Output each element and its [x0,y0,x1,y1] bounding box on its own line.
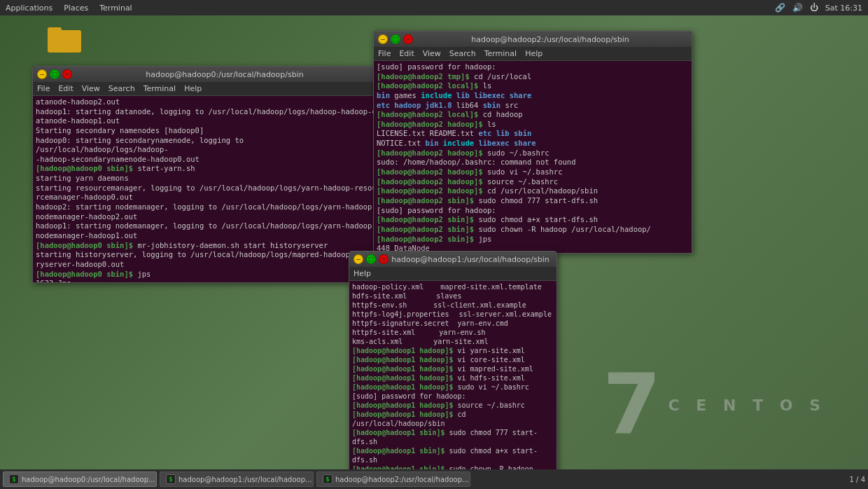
terminal-line: hadoop-policy.xmlmapred-site.xml.templat… [352,282,554,291]
hadoop0-menu-terminal[interactable]: Terminal [144,84,176,93]
hadoop2-title: hadoop@hadoop2:/usr/local/hadoop/sbin [413,35,687,44]
hadoop0-menu-view[interactable]: View [82,84,100,93]
terminal-line: [hadoop@hadoop1 sbin]$ sudo chmod a+x st… [352,446,554,464]
terminal-line: hadoop1: starting datanode, logging to /… [36,107,379,117]
terminal-line: [hadoop@hadoop1 sbin]$ sudo chmod 777 st… [352,428,554,446]
hadoop0-close[interactable]: × [62,69,72,79]
terminal-line: [hadoop@hadoop1 hadoop]$ cd /usr/local/h… [352,410,554,428]
hadoop1-body[interactable]: hadoop-policy.xmlmapred-site.xml.templat… [349,281,556,481]
terminal-line: [sudo] password for hadoop: [377,206,689,216]
terminal-line: LICENSE.txt README.txt etc lib sbin [377,129,689,139]
terminal-line: [hadoop@hadoop2 hadoop]$ source ~/.bashr… [377,177,689,187]
hadoop0-menu-help[interactable]: Help [184,84,202,93]
applications-menu[interactable]: Applications [6,4,52,13]
hadoop1-title: hadoop@hadoop1:/usr/local/hadoop/sbin [388,255,552,264]
folder-image [48,25,81,53]
terminal-line: [hadoop@hadoop2 hadoop]$ cd /usr/local/h… [377,186,689,196]
taskbar-hadoop2-label: hadoop@hadoop2:/usr/local/hadoop... [335,476,469,483]
desktop-folder-icon[interactable] [42,25,87,55]
terminal-line: hadoop0: starting secondarynamenode, log… [36,136,379,155]
terminal-line: Starting secondary namenodes [hadoop0] [36,126,379,136]
terminal-line: [hadoop@hadoop2 sbin]$ sudo chmod a+x st… [377,215,689,225]
hadoop0-controls: − □ × [37,69,72,79]
terminal-line: [hadoop@hadoop2 local]$ cd hadoop [377,110,689,120]
hadoop1-titlebar: − □ × hadoop@hadoop1:/usr/local/hadoop/s… [349,252,556,267]
terminal-hadoop0: − □ × hadoop@hadoop0:/usr/local/hadoop/s… [32,66,382,283]
hadoop2-close[interactable]: × [403,34,413,44]
hadoop1-minimize[interactable]: − [354,254,363,264]
taskbar-terminal-icon-0: $ [9,474,19,484]
terminal-menu[interactable]: Terminal [99,4,132,13]
datetime: Sat 16:31 [825,4,862,13]
hadoop2-menu-help[interactable]: Help [525,49,542,58]
terminal-line: starting resourcemanager, logging to /us… [36,184,379,193]
hadoop2-menu-terminal[interactable]: Terminal [484,49,517,58]
taskbar-hadoop1-label: hadoop@hadoop1:/usr/local/hadoop... [178,476,312,483]
hadoop0-body[interactable]: atanode-hadoop2.out hadoop1: starting da… [33,96,382,282]
hadoop2-menu-search[interactable]: Search [449,49,476,58]
terminal-line: atanode-hadoop2.out [36,97,379,107]
terminal-line: starting historyserver, logging to /usr/… [36,250,379,260]
terminal-line: 1633 Jps [36,279,379,282]
terminal-line: [hadoop@hadoop1 hadoop]$ sudo vi ~/.bash… [352,383,554,392]
terminal-line: hadoop2: starting nodemanager, logging t… [36,202,379,212]
hadoop2-body[interactable]: [sudo] password for hadoop: [hadoop@hado… [374,61,692,253]
centos-number: 7 [603,363,662,447]
hadoop0-minimize[interactable]: − [37,69,47,79]
terminal-line: httpfs-env.shssl-client.xml.example [352,301,554,310]
hadoop2-menu-file[interactable]: File [378,49,391,58]
hadoop0-menu-search[interactable]: Search [108,84,135,93]
hadoop1-close[interactable]: × [379,254,388,264]
terminal-line: [hadoop@hadoop1 hadoop]$ vi yarn-site.xm… [352,346,554,355]
terminal-line: [hadoop@hadoop1 hadoop]$ vi core-site.xm… [352,355,554,364]
terminal-line: [hadoop@hadoop0 sbin]$ start-yarn.sh [36,164,379,174]
hadoop2-menu-view[interactable]: View [423,49,441,58]
terminal-line: [hadoop@hadoop1 hadoop]$ source ~/.bashr… [352,401,554,410]
hadoop2-maximize[interactable]: □ [391,34,400,44]
top-panel: Applications Places Terminal 🔗 🔊 ⏻ Sat 1… [0,0,868,15]
hadoop0-menu-edit[interactable]: Edit [58,84,73,93]
network-icon: 🔗 [775,3,785,13]
terminal-line: ryserver-hadoop0.out [36,260,379,270]
hadoop2-controls: − □ × [378,34,413,44]
terminal-line: NOTICE.txt bin include libexec share [377,139,689,149]
taskbar-terminal-icon-2: $ [323,474,332,484]
terminal-line: [hadoop@hadoop2 sbin]$ sudo chown -R had… [377,225,689,235]
terminal-line: [hadoop@hadoop0 sbin]$ mr-jobhistory-dae… [36,241,379,251]
power-icon: ⏻ [810,3,818,13]
hadoop1-menubar: Help [349,267,556,281]
terminal-line: nodemanager-hadoop2.out [36,212,379,222]
terminal-hadoop1: − □ × hadoop@hadoop1:/usr/local/hadoop/s… [349,251,557,482]
terminal-line: hdfs-site.xmlslaves [352,291,554,301]
hadoop0-maximize[interactable]: □ [50,69,59,79]
hadoop1-menu-help[interactable]: Help [354,269,371,278]
hadoop2-menu-edit[interactable]: Edit [399,49,414,58]
terminal-line: [hadoop@hadoop2 sbin]$ sudo chmod 777 st… [377,196,689,206]
taskbar-hadoop2[interactable]: $ hadoop@hadoop2:/usr/local/hadoop... [316,471,470,487]
terminal-line: httpfs-site.xmlyarn-env.sh [352,328,554,337]
places-menu[interactable]: Places [64,4,88,13]
terminal-line: [hadoop@hadoop1 hadoop]$ vi mapred-site.… [352,364,554,373]
centos-text: C E N T O S [668,397,826,414]
terminal-line: starting yarn daemons [36,174,379,184]
centos-watermark: 7 C E N T O S [603,363,826,447]
terminal-line: [sudo] password for hadoop: [377,62,689,72]
terminal-line: [hadoop@hadoop2 hadoop]$ ls [377,120,689,130]
taskbar-hadoop1[interactable]: $ hadoop@hadoop1:/usr/local/hadoop... [160,471,314,487]
terminal-line: [hadoop@hadoop0 sbin]$ jps [36,270,379,280]
terminal-line: [hadoop@hadoop2 hadoop]$ sudo ~/.bashrc [377,149,689,158]
hadoop2-minimize[interactable]: − [378,34,388,44]
terminal-line: hadoop1: starting nodemanager, logging t… [36,221,379,231]
taskbar-hadoop0[interactable]: $ hadoop@hadoop0:/usr/local/hadoop... [3,471,157,487]
hadoop1-maximize[interactable]: □ [366,254,376,264]
audio-icon: 🔊 [792,3,803,13]
top-panel-left: Applications Places Terminal [6,4,132,13]
taskbar-hadoop0-label: hadoop@hadoop0:/usr/local/hadoop... [22,476,155,483]
hadoop0-menu-file[interactable]: File [37,84,50,93]
hadoop2-titlebar: − □ × hadoop@hadoop2:/usr/local/hadoop/s… [374,32,692,47]
terminal-line: atanode-hadoop1.out [36,116,379,126]
top-panel-right: 🔗 🔊 ⏻ Sat 16:31 [775,3,862,13]
terminal-line: etc hadoop jdk1.8 lib64 sbin src [377,101,689,111]
hadoop2-menubar: File Edit View Search Terminal Help [374,47,692,61]
terminal-line: httpfs-log4j.propertiesssl-server.xml.ex… [352,310,554,319]
